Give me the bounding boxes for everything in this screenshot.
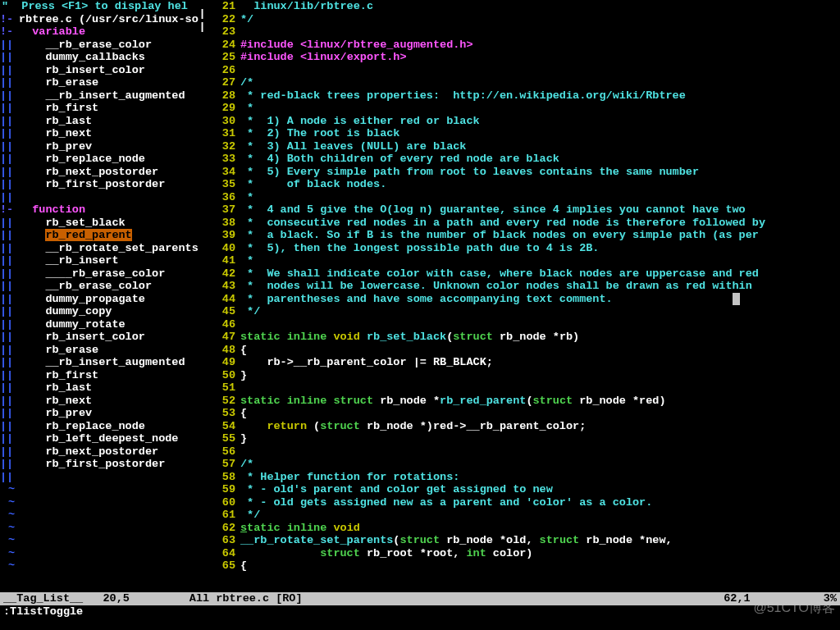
fold-icon[interactable]: !- [0, 25, 19, 39]
code-line[interactable]: 58 * Helper function for rotations: [206, 471, 840, 484]
code-line[interactable]: 51 [206, 381, 840, 395]
taglist-item[interactable]: || rb_erase [0, 344, 199, 357]
code-line[interactable]: 65{ [206, 559, 840, 573]
code-line[interactable]: 34 * 5) Every simple path from root to l… [206, 166, 840, 179]
code-line[interactable]: 54 return (struct rb_node *)red->__rb_pa… [206, 420, 840, 433]
tag-name: rb_next_postorder [45, 445, 158, 458]
taglist-item[interactable]: || rb_replace_node [0, 153, 199, 166]
taglist-item[interactable]: || rb_red_parent [0, 229, 199, 242]
command-line[interactable]: :TlistToggle [0, 605, 840, 619]
taglist-item[interactable]: || __rb_insert_augmented [0, 356, 199, 369]
code-line[interactable]: 38 * consecutive red nodes in a path and… [206, 217, 840, 230]
taglist-item[interactable]: || rb_replace_node [0, 420, 199, 433]
taglist-item[interactable]: || rb_prev [0, 407, 199, 420]
taglist-item[interactable]: || rb_insert_color [0, 64, 199, 77]
fold-icon[interactable]: !- [0, 13, 19, 26]
code-line[interactable]: 24#include <linux/rbtree_augmented.h> [206, 39, 840, 52]
code-line[interactable]: 23 [206, 25, 840, 39]
taglist-item[interactable]: || rb_prev [0, 140, 199, 153]
taglist-section[interactable]: function [32, 203, 85, 216]
taglist-item[interactable]: || rb_next [0, 395, 199, 408]
code-line[interactable]: 27/* [206, 76, 840, 89]
tag-name: rb_prev [45, 407, 92, 419]
taglist-item[interactable]: || rb_first [0, 369, 199, 382]
code-line[interactable]: 28 * red-black trees properties: http://… [206, 89, 840, 103]
taglist-item[interactable]: || rb_next_postorder [0, 166, 199, 179]
code-line[interactable]: 33 * 4) Both children of every red node … [206, 153, 840, 166]
taglist-item[interactable]: || rb_last [0, 381, 199, 395]
code-line[interactable]: 40 * 5), then the longest possible path … [206, 242, 840, 255]
code-line[interactable]: 56 [206, 445, 840, 459]
code-line[interactable]: 44 * parentheses and have some accompany… [206, 293, 840, 306]
code-line[interactable]: 26 [206, 64, 840, 77]
line-number: 31 [206, 127, 240, 140]
empty-line: ~ [0, 522, 199, 535]
line-number: 30 [206, 115, 240, 128]
taglist-section[interactable]: variable [32, 25, 85, 38]
code-line[interactable]: 30 * 1) A node is either red or black [206, 115, 840, 128]
taglist-item[interactable]: || rb_next_postorder [0, 445, 199, 459]
editor-pane[interactable]: 21 linux/lib/rbtree.c22*/2324#include <l… [206, 0, 840, 592]
code-line[interactable]: 37 * 4 and 5 give the O(log n) guarantee… [206, 203, 840, 217]
code-line[interactable]: 31 * 2) The root is black [206, 127, 840, 140]
tag-name: rb_insert_color [45, 331, 145, 343]
taglist-item[interactable]: || rb_first [0, 102, 199, 115]
taglist-item[interactable]: || rb_set_black [0, 217, 199, 230]
code-line[interactable]: 47static inline void rb_set_black(struct… [206, 331, 840, 344]
code-line[interactable]: 45 */ [206, 305, 840, 318]
code-line[interactable]: 21 linux/lib/rbtree.c [206, 0, 840, 13]
code-line[interactable]: 32 * 3) All leaves (NULL) are black [206, 140, 840, 153]
taglist-item[interactable]: || __rb_insert_augmented [0, 89, 199, 103]
code-line[interactable]: 39 * a black. So if B is the number of b… [206, 229, 840, 242]
taglist-item[interactable]: || ____rb_erase_color [0, 267, 199, 281]
tag-name: rb_next_postorder [45, 166, 158, 178]
code-line[interactable]: 29 * [206, 102, 840, 115]
taglist-item[interactable]: || dummy_copy [0, 305, 199, 318]
fold-icon[interactable]: !- [0, 203, 19, 217]
code-line[interactable]: 59 * - old's parent and color get assign… [206, 483, 840, 496]
window-split[interactable]: || [199, 0, 206, 592]
code-line[interactable]: 36 * [206, 191, 840, 204]
code-line[interactable]: 43 * nodes will be lowercase. Unknown co… [206, 280, 840, 293]
code-line[interactable]: 61 */ [206, 509, 840, 522]
code-line[interactable]: 42 * We shall indicate color with case, … [206, 267, 840, 281]
taglist-item[interactable]: || rb_next [0, 127, 199, 140]
taglist-item[interactable]: || rb_last [0, 115, 199, 128]
taglist-item[interactable]: || __rb_rotate_set_parents [0, 242, 199, 255]
code-line[interactable]: 49 rb->__rb_parent_color |= RB_BLACK; [206, 356, 840, 369]
taglist-item[interactable]: || dummy_callbacks [0, 51, 199, 64]
code-line[interactable]: 62static inline void [206, 522, 840, 535]
taglist-item[interactable]: || rb_left_deepest_node [0, 432, 199, 445]
taglist-item[interactable]: || __rb_erase_color [0, 280, 199, 293]
code-line[interactable]: 64 struct rb_root *root, int color) [206, 547, 840, 560]
code-line[interactable]: 46 [206, 318, 840, 331]
line-number: 54 [206, 420, 240, 433]
code-line[interactable]: 41 * [206, 254, 840, 267]
code-line[interactable]: 57/* [206, 458, 840, 471]
code-line[interactable]: 63__rb_rotate_set_parents(struct rb_node… [206, 534, 840, 547]
code-line[interactable]: 50} [206, 369, 840, 382]
tag-name: rb_left_deepest_node [45, 432, 178, 445]
code-line[interactable]: 55} [206, 432, 840, 445]
code-line[interactable]: 22*/ [206, 13, 840, 26]
taglist-item[interactable]: || rb_first_postorder [0, 458, 199, 471]
line-number: 25 [206, 51, 240, 64]
taglist-pane[interactable]: " Press <F1> to display hel !-rbtree.c (… [0, 0, 199, 592]
taglist-filename[interactable]: rbtree.c (/usr/src/linux-so [19, 13, 199, 25]
taglist-item[interactable]: || dummy_rotate [0, 318, 199, 331]
line-number: 59 [206, 483, 240, 496]
code-line[interactable]: 48{ [206, 344, 840, 357]
code-line[interactable]: 52static inline struct rb_node *rb_red_p… [206, 395, 840, 408]
taglist-item[interactable]: || rb_insert_color [0, 331, 199, 344]
watermark: @51CTO博客 [753, 601, 835, 614]
code-line[interactable]: 35 * of black nodes. [206, 178, 840, 191]
taglist-item[interactable]: || dummy_propagate [0, 293, 199, 306]
code-line[interactable]: 60 * - old gets assigned new as a parent… [206, 496, 840, 509]
taglist-item[interactable]: || rb_erase [0, 76, 199, 89]
taglist-item[interactable]: || __rb_erase_color [0, 39, 199, 52]
line-number: 46 [206, 318, 240, 331]
code-line[interactable]: 25#include <linux/export.h> [206, 51, 840, 64]
taglist-item[interactable]: || rb_first_postorder [0, 178, 199, 191]
taglist-item[interactable]: || __rb_insert [0, 254, 199, 267]
code-line[interactable]: 53{ [206, 407, 840, 420]
